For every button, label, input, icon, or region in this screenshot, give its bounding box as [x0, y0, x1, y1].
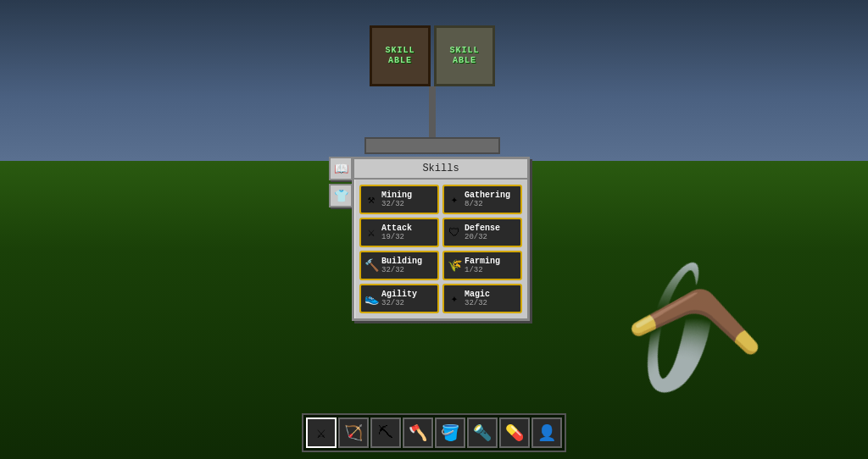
structure-pole — [429, 86, 436, 137]
book-button[interactable]: 📖 — [329, 157, 353, 180]
hotbar-slot-2[interactable]: ⛏ — [370, 418, 401, 448]
skill-button-defense[interactable]: 🛡Defense20/32 — [442, 218, 522, 247]
skill-icon-building: 🔨 — [364, 258, 378, 273]
hotbar-slot-0[interactable]: ⚔ — [306, 418, 337, 448]
structure-base — [364, 137, 500, 154]
skill-level-defense: 20/32 — [465, 233, 500, 241]
skill-name-defense: Defense — [465, 224, 500, 233]
hotbar-slot-6[interactable]: 💊 — [499, 418, 530, 448]
skill-button-gathering[interactable]: ✦Gathering8/32 — [442, 185, 522, 214]
hotbar-slot-3[interactable]: 🪓 — [403, 418, 433, 448]
hotbar: ⚔🏹⛏🪓🪣🔦💊👤 — [302, 413, 566, 452]
skill-level-agility: 32/32 — [381, 299, 417, 307]
skill-name-attack: Attack — [381, 224, 412, 233]
skill-button-mining[interactable]: ⚒Mining32/32 — [359, 185, 439, 214]
skill-name-agility: Agility — [381, 290, 417, 299]
skill-button-building[interactable]: 🔨Building32/32 — [359, 251, 439, 280]
skill-level-mining: 32/32 — [381, 200, 412, 208]
skill-icon-attack: ⚔ — [364, 225, 378, 240]
skill-level-attack: 19/32 — [381, 233, 412, 241]
skills-panel: Skills ⚒Mining32/32✦Gathering8/32⚔Attack… — [352, 157, 530, 321]
skill-icon-gathering: ✦ — [448, 192, 461, 207]
hotbar-slot-1[interactable]: 🏹 — [338, 418, 369, 448]
skill-name-mining: Mining — [381, 191, 412, 200]
skills-grid: ⚒Mining32/32✦Gathering8/32⚔Attack19/32🛡D… — [354, 180, 527, 318]
skills-panel-title: Skills — [354, 159, 527, 180]
side-panel-buttons: 📖 👕 — [329, 157, 353, 207]
skill-level-building: 32/32 — [381, 266, 422, 274]
skill-button-agility[interactable]: 👟Agility32/32 — [359, 284, 439, 313]
background-structure: SKILL ABLE SKILL ABLE — [356, 25, 509, 161]
skill-button-attack[interactable]: ⚔Attack19/32 — [359, 218, 439, 247]
skill-name-farming: Farming — [465, 257, 500, 266]
skill-icon-magic: ✦ — [448, 291, 461, 306]
skill-level-gathering: 8/32 — [465, 200, 510, 208]
sign-right: SKILL ABLE — [434, 25, 495, 86]
skill-button-farming[interactable]: 🌾Farming1/32 — [442, 251, 522, 280]
skill-button-magic[interactable]: ✦Magic32/32 — [442, 284, 522, 313]
hotbar-slot-7[interactable]: 👤 — [531, 418, 562, 448]
skill-level-farming: 1/32 — [465, 266, 500, 274]
hotbar-slot-5[interactable]: 🔦 — [467, 418, 498, 448]
skill-icon-farming: 🌾 — [448, 258, 461, 273]
skill-level-magic: 32/32 — [465, 299, 490, 307]
hotbar-slot-4[interactable]: 🪣 — [435, 418, 465, 448]
skill-icon-agility: 👟 — [364, 291, 378, 306]
skill-icon-defense: 🛡 — [448, 226, 461, 240]
sign-left: SKILL ABLE — [370, 25, 431, 86]
skill-name-gathering: Gathering — [465, 191, 510, 200]
skill-name-magic: Magic — [465, 290, 490, 299]
skill-icon-mining: ⚒ — [364, 192, 378, 207]
skill-name-building: Building — [381, 257, 422, 266]
armor-button[interactable]: 👕 — [329, 184, 353, 207]
